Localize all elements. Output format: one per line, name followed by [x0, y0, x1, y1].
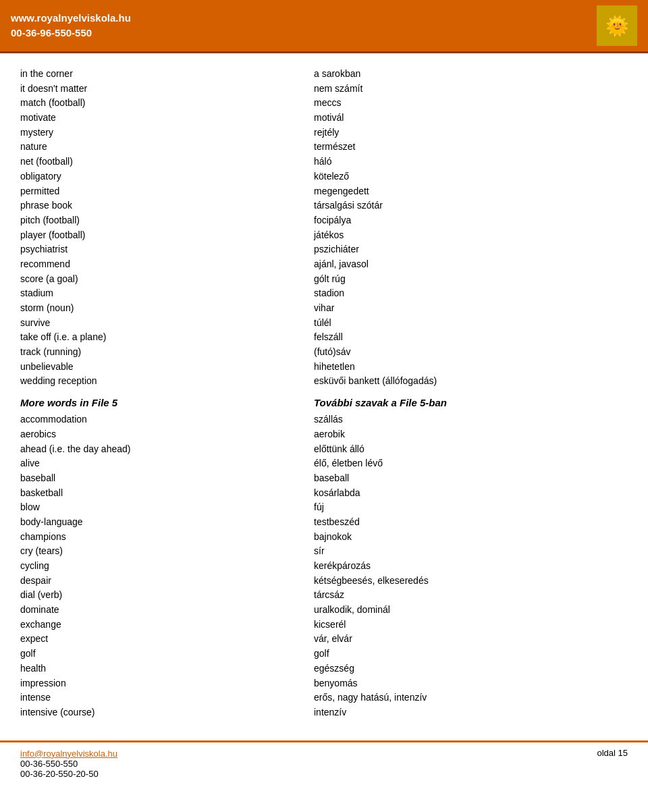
entry-en: wedding reception	[20, 374, 294, 389]
entry-en: champions	[20, 530, 294, 545]
entry-hu: intenzív	[314, 705, 618, 720]
entry-hu: felszáll	[314, 330, 618, 345]
entry-en: despair	[20, 574, 294, 589]
entry-en: it doesn't matter	[20, 82, 294, 97]
entry-hu: hihetetlen	[314, 360, 618, 375]
entry-en: ahead (i.e. the day ahead)	[20, 442, 294, 457]
entry-hu: előttünk álló	[314, 442, 618, 457]
entry-en: net (football)	[20, 155, 294, 169]
entry-en: take off (i.e. a plane)	[20, 330, 294, 345]
footer-email[interactable]: info@royalnyelviskola.hu	[20, 749, 117, 759]
entry-en: pitch (football)	[20, 213, 294, 228]
entry-en: dominate	[20, 603, 294, 618]
entry-en: track (running)	[20, 345, 294, 360]
entry-en: cycling	[20, 559, 294, 574]
entry-en: motivate	[20, 111, 294, 126]
entry-en: match (football)	[20, 96, 294, 111]
section2: More words in File 5 accommodationaerobi…	[20, 389, 628, 720]
entry-en: recommend	[20, 257, 294, 272]
logo: 🌞	[597, 5, 637, 46]
entry-en: aerobics	[20, 427, 294, 442]
entry-hu: stadion	[314, 286, 618, 301]
entry-hu: kerékpározás	[314, 559, 618, 574]
entry-hu: kétségbeesés, elkeseredés	[314, 574, 618, 589]
entry-hu: aerobik	[314, 427, 618, 442]
section2-header-en: More words in File 5	[20, 397, 294, 408]
entry-hu: meccs	[314, 96, 618, 111]
entry-en: dial (verb)	[20, 588, 294, 603]
entry-en: score (a goal)	[20, 272, 294, 287]
entry-en: psychiatrist	[20, 242, 294, 257]
entry-hu: játékos	[314, 228, 618, 243]
entry-en: accommodation	[20, 412, 294, 427]
entry-hu: tárcsáz	[314, 588, 618, 603]
entry-hu: természet	[314, 140, 618, 155]
main-content: in the cornerit doesn't mattermatch (foo…	[0, 53, 648, 734]
entry-hu: egészség	[314, 661, 618, 676]
footer-phone1: 00-36-550-550	[20, 759, 117, 769]
header-text: www.royalnyelviskola.hu 00-36-96-550-550	[11, 11, 131, 41]
entry-en: permitted	[20, 184, 294, 199]
section2-header-hu: További szavak a File 5-ban	[314, 397, 618, 408]
entry-en: exchange	[20, 618, 294, 632]
entry-hu: élő, életben lévő	[314, 456, 618, 471]
entry-hu: vihar	[314, 301, 618, 316]
section2-english: More words in File 5 accommodationaerobi…	[20, 389, 294, 720]
entry-hu: motivál	[314, 111, 618, 126]
entry-hu: háló	[314, 155, 618, 169]
section1-english: in the cornerit doesn't mattermatch (foo…	[20, 67, 294, 389]
entry-hu: kötelező	[314, 169, 618, 184]
entry-en: expect	[20, 632, 294, 647]
entry-hu: testbeszéd	[314, 515, 618, 530]
entry-hu: kicserél	[314, 618, 618, 632]
entry-hu: kosárlabda	[314, 486, 618, 501]
entry-en: alive	[20, 456, 294, 471]
entry-hu: bajnokok	[314, 530, 618, 545]
entry-en: player (football)	[20, 228, 294, 243]
entry-en: obligatory	[20, 169, 294, 184]
entry-hu: nem számít	[314, 82, 618, 97]
entry-hu: megengedett	[314, 184, 618, 199]
section1: in the cornerit doesn't mattermatch (foo…	[20, 67, 628, 389]
entry-en: mystery	[20, 126, 294, 140]
logo-icon: 🌞	[605, 15, 629, 37]
entry-hu: erős, nagy hatású, intenzív	[314, 691, 618, 705]
section1-hungarian: a sarokbannem számítmeccsmotiválrejtélyt…	[314, 67, 618, 389]
entry-hu: baseball	[314, 471, 618, 486]
entry-en: nature	[20, 140, 294, 155]
entry-en: impression	[20, 676, 294, 691]
entry-en: body-language	[20, 515, 294, 530]
entry-en: unbelievable	[20, 360, 294, 375]
entry-hu: golf	[314, 647, 618, 661]
entry-hu: szállás	[314, 412, 618, 427]
header: www.royalnyelviskola.hu 00-36-96-550-550…	[0, 0, 648, 53]
entry-hu: fúj	[314, 500, 618, 515]
entry-hu: pszichiáter	[314, 242, 618, 257]
phone: 00-36-96-550-550	[11, 27, 92, 38]
entry-hu: társalgási szótár	[314, 198, 618, 213]
footer-left: info@royalnyelviskola.hu 00-36-550-550 0…	[20, 748, 117, 779]
entry-en: storm (noun)	[20, 301, 294, 316]
entry-hu: uralkodik, dominál	[314, 603, 618, 618]
entry-hu: focipálya	[314, 213, 618, 228]
entry-hu: sír	[314, 544, 618, 559]
entry-en: baseball	[20, 471, 294, 486]
entry-en: golf	[20, 647, 294, 661]
entry-hu: vár, elvár	[314, 632, 618, 647]
entry-hu: ajánl, javasol	[314, 257, 618, 272]
entry-hu: benyomás	[314, 676, 618, 691]
entry-en: intensive (course)	[20, 705, 294, 720]
entry-en: blow	[20, 500, 294, 515]
website: www.royalnyelviskola.hu	[11, 12, 131, 24]
footer-right: oldal 15	[597, 748, 628, 758]
section2-hungarian: További szavak a File 5-ban szállásaerob…	[314, 389, 618, 720]
entry-en: stadium	[20, 286, 294, 301]
footer-phone2: 00-36-20-550-20-50	[20, 769, 117, 779]
entry-en: in the corner	[20, 67, 294, 82]
entry-hu: rejtély	[314, 126, 618, 140]
entry-en: phrase book	[20, 198, 294, 213]
footer-page: oldal 15	[597, 748, 628, 758]
entry-hu: gólt rúg	[314, 272, 618, 287]
entry-hu: (futó)sáv	[314, 345, 618, 360]
footer: info@royalnyelviskola.hu 00-36-550-550 0…	[0, 740, 648, 784]
